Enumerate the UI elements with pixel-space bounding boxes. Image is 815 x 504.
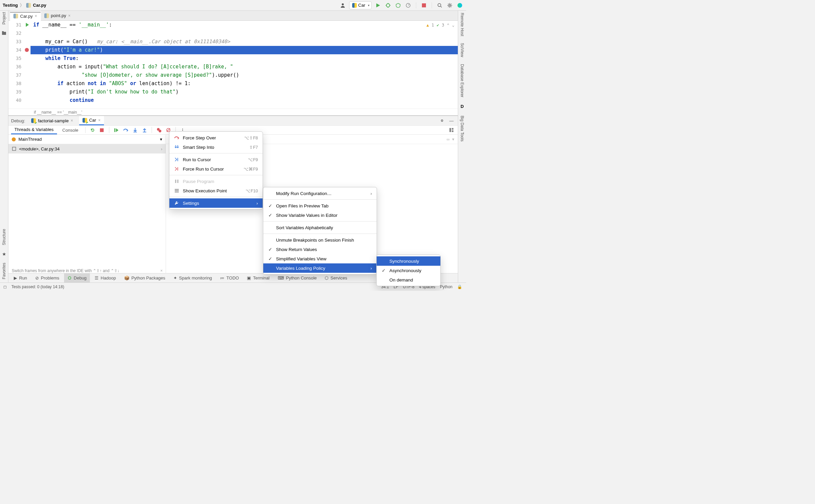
line-number[interactable]: 37 xyxy=(8,71,21,79)
hadoop-toolwin[interactable]: ☰ Hadoop xyxy=(91,273,119,282)
layout-button[interactable] xyxy=(448,126,455,134)
menu-item[interactable]: Smart Step Into⇧F7 xyxy=(169,142,263,152)
stop-button[interactable] xyxy=(98,126,106,134)
debug-button[interactable] xyxy=(384,2,392,9)
line-number[interactable]: 40 xyxy=(8,96,21,105)
debug-session-car[interactable]: Car × xyxy=(79,116,104,125)
breadcrumb-root[interactable]: Testing xyxy=(3,3,18,8)
menu-item[interactable]: ✓Variables Loading Policy› xyxy=(263,263,377,273)
chevron-right-icon[interactable]: › xyxy=(161,146,162,151)
step-out-button[interactable] xyxy=(141,126,148,134)
debug-session-factorial[interactable]: factorial-sample × xyxy=(28,116,76,125)
gear-icon[interactable] xyxy=(446,2,453,9)
console-tab[interactable]: Console xyxy=(59,126,82,134)
close-icon[interactable]: × xyxy=(71,118,73,123)
code-line[interactable]: print("I don't know how to do that") xyxy=(31,88,458,96)
python-console-toolwin[interactable]: ⌨ Python Console xyxy=(274,273,320,282)
line-number[interactable]: 32 xyxy=(8,29,21,38)
line-number[interactable]: 38 xyxy=(8,79,21,88)
infinity-icon[interactable]: ∞ xyxy=(446,137,449,142)
chevron-down-icon[interactable]: ⌄ xyxy=(452,23,454,27)
rerun-button[interactable] xyxy=(89,126,96,134)
close-icon[interactable]: × xyxy=(160,268,163,273)
menu-item[interactable]: ✓Asynchronously xyxy=(377,266,440,275)
product-icon[interactable] xyxy=(456,2,464,9)
menu-item[interactable]: ✓On demand xyxy=(377,275,440,285)
user-icon[interactable] xyxy=(339,2,346,9)
debug-more-menu[interactable]: Force Step Over⌥⇧F8Smart Step Into⇧F7Run… xyxy=(169,131,263,209)
code-line[interactable]: if __name__ == '__main__': xyxy=(31,21,458,29)
line-number[interactable]: 35 xyxy=(8,54,21,63)
tab-point-py[interactable]: point.py × xyxy=(41,11,74,20)
terminal-toolwin[interactable]: ▣ Terminal xyxy=(243,273,273,282)
window-icon[interactable]: ◻ xyxy=(3,285,7,289)
code-area[interactable]: ▲ 1 ✔ 3 ⌃ ⌄ if __name__ == '__main__': m… xyxy=(31,21,458,115)
chevron-down-icon[interactable]: ▾ xyxy=(160,137,162,142)
python-packages-toolwin[interactable]: 📦 Python Packages xyxy=(121,273,169,282)
step-over-button[interactable] xyxy=(122,126,129,134)
thread-selector[interactable]: MainThread ▾ xyxy=(8,135,166,144)
debug-toolwin[interactable]: Debug xyxy=(64,273,90,282)
gear-icon[interactable] xyxy=(438,117,446,124)
line-number[interactable]: 31 xyxy=(8,21,21,29)
line-number[interactable]: 36 xyxy=(8,63,21,71)
interpreter[interactable]: Python xyxy=(440,285,452,289)
hide-button[interactable]: — xyxy=(448,117,455,124)
run-toolwin[interactable]: ▶ Run xyxy=(10,273,31,282)
settings-submenu[interactable]: ✓Modify Run Configuration…›✓Open Files i… xyxy=(263,187,377,274)
threads-variables-tab[interactable]: Threads & Variables xyxy=(11,126,57,134)
line-number[interactable]: 34 xyxy=(8,46,21,54)
menu-item[interactable]: ✓Show Variable Values in Editor xyxy=(263,210,377,220)
breadcrumb-file[interactable]: Car.py xyxy=(33,3,46,8)
editor[interactable]: 31323334353637383940 ▲ 1 ✔ 3 ⌃ ⌄ if __na… xyxy=(8,21,458,115)
menu-item[interactable]: ✓Sort Variables Alphabetically xyxy=(263,223,377,232)
inspection-widget[interactable]: ▲ 1 ✔ 3 ⌃ ⌄ xyxy=(397,21,458,29)
menu-item[interactable]: Settings› xyxy=(169,198,263,208)
resume-button[interactable] xyxy=(113,126,120,134)
close-icon[interactable]: × xyxy=(35,14,37,18)
code-line[interactable]: "show [O]dometer, or show average [S]pee… xyxy=(31,71,458,79)
menu-item[interactable]: ✓Synchronously xyxy=(377,256,440,266)
menu-item[interactable]: Force Step Over⌥⇧F8 xyxy=(169,133,263,142)
todo-toolwin[interactable]: ≔ TODO xyxy=(217,273,242,282)
code-line[interactable]: action = input("What should I do? [A]cce… xyxy=(31,63,458,71)
code-line[interactable] xyxy=(31,29,458,38)
code-line[interactable]: print("I'm a car!") xyxy=(31,46,458,54)
breadcrumb[interactable]: Testing 〉 Car.py xyxy=(3,2,46,8)
editor-breadcrumb[interactable]: if __name__ == '__main__' xyxy=(8,109,458,115)
sciview-button[interactable]: SciView xyxy=(460,43,465,57)
code-line[interactable]: if action not in "ABOS" or len(action) !… xyxy=(31,79,458,88)
tab-car-py[interactable]: Car.py × xyxy=(10,11,41,21)
line-number[interactable]: 33 xyxy=(8,38,21,46)
code-line[interactable]: while True: xyxy=(31,54,458,63)
breakpoint-icon[interactable] xyxy=(25,48,29,52)
project-tool-button[interactable]: Project xyxy=(2,12,6,24)
big-data-tools-button[interactable]: Big Data Tools xyxy=(460,116,465,141)
run-gutter-icon[interactable] xyxy=(26,23,29,27)
chevron-down-icon[interactable]: ▾ xyxy=(452,137,454,142)
profile-button[interactable] xyxy=(404,2,412,9)
code-line[interactable]: continue xyxy=(31,96,458,105)
view-breakpoints-button[interactable] xyxy=(155,126,163,134)
search-icon[interactable] xyxy=(436,2,443,9)
menu-item[interactable]: Force Run to Cursor⌥⌘F9 xyxy=(169,164,263,174)
favorites-tool-button[interactable]: Favorites xyxy=(2,263,6,279)
problems-toolwin[interactable]: ⊘ Problems xyxy=(32,273,63,282)
remote-host-button[interactable]: Remote Host xyxy=(460,13,465,36)
coverage-button[interactable] xyxy=(394,2,402,9)
menu-item[interactable]: ✓Modify Run Configuration…› xyxy=(263,189,377,198)
gutter[interactable]: 31323334353637383940 xyxy=(8,21,31,115)
database-explorer-button[interactable]: Database Explorer xyxy=(460,64,465,97)
close-icon[interactable]: × xyxy=(68,13,70,18)
run-config-selector[interactable]: Car xyxy=(349,1,372,9)
code-line[interactable]: my_car = Car() my_car: <__main__.Car obj… xyxy=(31,38,458,46)
frame-row[interactable]: <module>, Car.py:34 › xyxy=(8,144,166,153)
services-toolwin[interactable]: ⬡ Services xyxy=(321,273,350,282)
loading-policy-submenu[interactable]: ✓Synchronously✓Asynchronously✓On demand xyxy=(376,255,441,286)
run-button[interactable] xyxy=(374,2,382,9)
menu-item[interactable]: ✓Unmute Breakpoints on Session Finish xyxy=(263,235,377,245)
menu-item[interactable]: Show Execution Point⌥F10 xyxy=(169,186,263,195)
folder-icon[interactable] xyxy=(2,30,6,35)
spark-toolwin[interactable]: ✦ Spark monitoring xyxy=(170,273,215,282)
menu-item[interactable]: ✓Show Return Values xyxy=(263,245,377,254)
